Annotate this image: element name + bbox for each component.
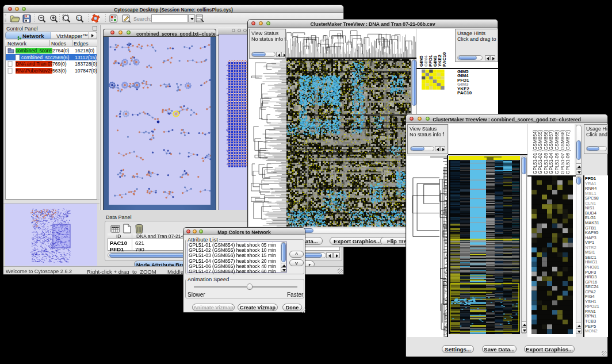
svg-text:1:1: 1:1 bbox=[77, 17, 82, 20]
